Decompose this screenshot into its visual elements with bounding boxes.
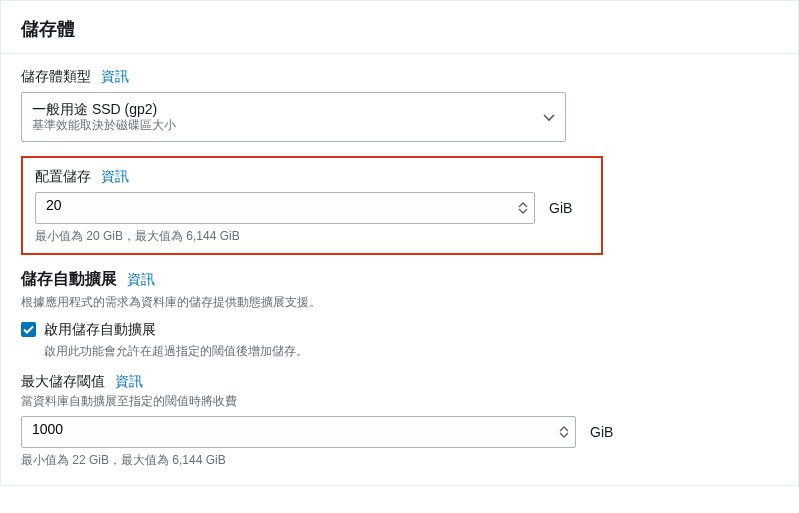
max-threshold-label: 最大儲存閾值 <box>21 373 105 389</box>
autoscaling-checkbox-label: 啟用儲存自動擴展 <box>44 321 308 339</box>
max-threshold-desc: 當資料庫自動擴展至指定的閾值時將收費 <box>21 393 778 410</box>
storage-type-label: 儲存體類型 <box>21 68 91 84</box>
enable-autoscaling-checkbox[interactable] <box>21 322 36 337</box>
field-max-threshold: 最大儲存閾值 資訊 當資料庫自動擴展至指定的閾值時將收費 GiB 最小值為 22… <box>21 373 778 469</box>
info-link[interactable]: 資訊 <box>115 373 143 389</box>
info-link[interactable]: 資訊 <box>101 68 129 84</box>
label-row: 配置儲存 資訊 <box>35 168 589 186</box>
select-subtext: 基準效能取決於磁碟區大小 <box>32 118 535 134</box>
unit-label: GiB <box>590 424 613 440</box>
autoscaling-checkbox-help: 啟用此功能會允許在超過指定的閾值後增加儲存。 <box>44 343 308 360</box>
max-threshold-input[interactable] <box>32 421 551 437</box>
max-threshold-help: 最小值為 22 GiB，最大值為 6,144 GiB <box>21 452 778 469</box>
label-row: 儲存體類型 資訊 <box>21 68 778 86</box>
autoscaling-heading-row: 儲存自動擴展 資訊 <box>21 269 778 290</box>
checkbox-content: 啟用儲存自動擴展 啟用此功能會允許在超過指定的閾值後增加儲存。 <box>44 321 308 360</box>
label-row: 最大儲存閾值 資訊 <box>21 373 778 391</box>
storage-type-select[interactable]: 一般用途 SSD (gp2) 基準效能取決於磁碟區大小 <box>21 92 566 142</box>
allocated-storage-help: 最小值為 20 GiB，最大值為 6,144 GiB <box>35 228 589 245</box>
max-threshold-input-wrap <box>21 416 576 448</box>
select-value: 一般用途 SSD (gp2) <box>32 100 535 118</box>
input-row: GiB <box>35 192 589 224</box>
allocated-storage-input-wrap <box>35 192 535 224</box>
input-row: GiB <box>21 416 778 448</box>
storage-panel: 儲存體 儲存體類型 資訊 一般用途 SSD (gp2) 基準效能取決於磁碟區大小… <box>0 0 799 486</box>
panel-body: 儲存體類型 資訊 一般用途 SSD (gp2) 基準效能取決於磁碟區大小 配置儲… <box>1 54 798 485</box>
caret-down-icon <box>543 109 555 125</box>
unit-label: GiB <box>549 200 572 216</box>
field-storage-type: 儲存體類型 資訊 一般用途 SSD (gp2) 基準效能取決於磁碟區大小 <box>21 68 778 142</box>
number-stepper[interactable] <box>516 202 530 214</box>
allocated-storage-input[interactable] <box>46 197 510 213</box>
panel-header: 儲存體 <box>1 1 798 54</box>
info-link[interactable]: 資訊 <box>101 168 129 184</box>
number-stepper[interactable] <box>557 426 571 438</box>
allocated-storage-label: 配置儲存 <box>35 168 91 184</box>
info-link[interactable]: 資訊 <box>127 271 155 287</box>
autoscaling-heading: 儲存自動擴展 <box>21 270 117 287</box>
autoscaling-desc: 根據應用程式的需求為資料庫的儲存提供動態擴展支援。 <box>21 294 778 311</box>
allocated-storage-highlight: 配置儲存 資訊 GiB 最小值為 20 GiB，最大值為 6,144 GiB <box>21 156 603 255</box>
panel-title: 儲存體 <box>21 17 778 41</box>
autoscaling-checkbox-row: 啟用儲存自動擴展 啟用此功能會允許在超過指定的閾值後增加儲存。 <box>21 321 778 360</box>
